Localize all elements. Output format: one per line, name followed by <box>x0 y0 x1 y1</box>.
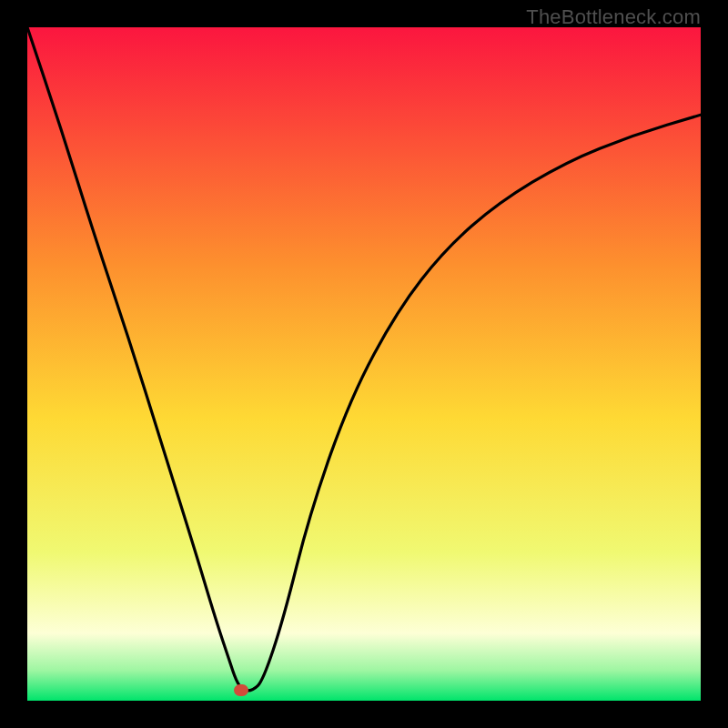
gradient-background <box>27 27 701 701</box>
chart-svg <box>27 27 701 701</box>
watermark-text: TheBottleneck.com <box>526 5 701 29</box>
plot-area <box>27 27 701 701</box>
chart-frame: TheBottleneck.com <box>0 0 728 728</box>
optimal-point-marker <box>234 684 248 696</box>
